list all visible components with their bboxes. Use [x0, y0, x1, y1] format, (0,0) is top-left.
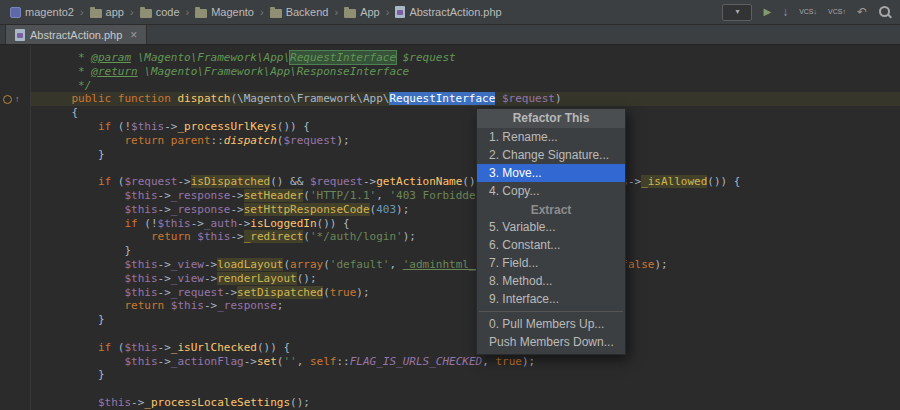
refactor-popup-items: 1. Rename...2. Change Signature...3. Mov… [477, 128, 625, 351]
breadcrumb-item-magento2[interactable]: magento2 [8, 5, 76, 19]
project-icon [10, 7, 21, 18]
breadcrumb-label: app [106, 6, 124, 18]
breadcrumb-label: code [156, 6, 180, 18]
code-line[interactable]: * @return \Magento\Framework\App\Respons… [31, 65, 900, 79]
chevron-right-icon: › [185, 6, 191, 18]
override-up-icon[interactable]: ↑ [15, 95, 20, 104]
gutter-markers[interactable]: ↑ [3, 93, 20, 106]
code-line[interactable]: $this->_view->renderLayout(); [31, 272, 900, 286]
menu-item-rename[interactable]: 1. Rename... [477, 128, 625, 146]
code-line[interactable]: } [31, 244, 900, 258]
breadcrumb-label: App [360, 6, 380, 18]
chevron-right-icon: › [333, 6, 339, 18]
run-config-dropdown[interactable]: ▾ [722, 4, 752, 21]
back-icon[interactable]: ↶ [857, 4, 867, 20]
code-line[interactable]: { [31, 106, 900, 120]
tab-abstractaction-php[interactable]: AbstractAction.php × [5, 25, 147, 44]
menu-item-pull-members-up[interactable]: 0. Pull Members Up... [477, 315, 625, 333]
breadcrumb-label: Backend [286, 6, 329, 18]
code-line[interactable]: return $this->_response; [31, 299, 900, 313]
code-line[interactable]: public function dispatch(\Magento\Framew… [31, 92, 900, 106]
code-line[interactable]: $this->_response->setHttpResponseCode(40… [31, 203, 900, 217]
menu-item-change-signature[interactable]: 2. Change Signature... [477, 146, 625, 164]
toolbar-right: ▾▶↓VCS↓VCS↑↶ [722, 4, 892, 21]
folder-icon [195, 9, 207, 18]
code-line[interactable]: $this->_view->loadLayout(array('default'… [31, 258, 900, 272]
tab-bar: AbstractAction.php × [0, 25, 900, 45]
menu-item-move[interactable]: 3. Move... [477, 164, 625, 182]
breadcrumb-label: AbstractAction.php [409, 6, 501, 18]
menu-item-method[interactable]: 8. Method... [477, 272, 625, 290]
folder-icon [270, 9, 282, 18]
breadcrumb: magento2›app›code›Magento›Backend›App›Ab… [8, 5, 504, 19]
breadcrumb-label: magento2 [25, 6, 74, 18]
code-line[interactable]: if (!$this->_auth->isLoggedIn()) { [31, 217, 900, 231]
chevron-right-icon: › [79, 6, 85, 18]
code-line[interactable]: if (!$this->_processUrlKeys()) { [31, 120, 900, 134]
update-project-icon[interactable]: ↓ [782, 4, 788, 20]
tab-label: AbstractAction.php [30, 29, 122, 41]
chevron-right-icon: › [385, 6, 391, 18]
code-line[interactable]: $this->_processLocaleSettings(); [31, 396, 900, 410]
breadcrumb-item-backend[interactable]: Backend [268, 5, 331, 19]
breadcrumb-item-magento[interactable]: Magento [193, 5, 256, 19]
menu-item-field[interactable]: 7. Field... [477, 254, 625, 272]
search-everywhere-icon[interactable] [878, 5, 892, 19]
code-line[interactable]: */ [31, 79, 900, 93]
breadcrumb-label: Magento [211, 6, 254, 18]
breadcrumb-item-abstractaction-php[interactable]: AbstractAction.php [393, 5, 503, 19]
run-button[interactable]: ▶ [763, 4, 771, 20]
popup-title: Refactor This [477, 109, 625, 128]
menu-separator [479, 311, 623, 312]
breadcrumb-item-app[interactable]: App [342, 5, 382, 19]
menu-item-constant[interactable]: 6. Constant... [477, 236, 625, 254]
refactor-popup: Refactor This 1. Rename...2. Change Sign… [476, 108, 626, 355]
editor-gutter[interactable]: ↑ [0, 45, 31, 410]
vcs-commit-icon[interactable]: VCS↑ [828, 4, 846, 20]
code-line[interactable]: if ($this->_isUrlChecked()) { [31, 341, 900, 355]
code-line[interactable]: return $this->_redirect('*/auth/login'); [31, 230, 900, 244]
code-lines[interactable]: * @param \Magento\Framework\App\RequestI… [31, 45, 900, 410]
menu-item-push-members-down[interactable]: Push Members Down... [477, 333, 625, 351]
main-toolbar: magento2›app›code›Magento›Backend›App›Ab… [0, 0, 900, 25]
folder-icon [140, 9, 152, 18]
menu-item-interface[interactable]: 9. Interface... [477, 290, 625, 308]
php-file-icon [15, 29, 25, 41]
folder-icon [90, 9, 102, 18]
menu-item-copy[interactable]: 4. Copy... [477, 182, 625, 200]
php-file-icon [395, 6, 405, 18]
method-marker-icon[interactable] [3, 95, 12, 104]
code-line[interactable]: } [31, 368, 900, 382]
menu-section-label: Extract [477, 200, 625, 218]
chevron-right-icon: › [129, 6, 135, 18]
code-line[interactable]: if ($request->isDispatched() && $request… [31, 175, 900, 189]
code-line[interactable] [31, 382, 900, 396]
breadcrumb-item-app[interactable]: app [88, 5, 126, 19]
phpstorm-window: magento2›app›code›Magento›Backend›App›Ab… [0, 0, 900, 410]
code-line[interactable]: } [31, 148, 900, 162]
chevron-right-icon: › [259, 6, 265, 18]
code-line[interactable]: * @param \Magento\Framework\App\RequestI… [31, 51, 900, 65]
editor[interactable]: ↑ * @param \Magento\Framework\App\Reques… [0, 45, 900, 410]
code-line[interactable]: $this->_request->setDispatched(true); [31, 286, 900, 300]
menu-item-variable[interactable]: 5. Variable... [477, 218, 625, 236]
code-line[interactable]: } [31, 313, 900, 327]
folder-icon [344, 9, 356, 18]
vcs-update-icon[interactable]: VCS↓ [799, 4, 817, 20]
code-line[interactable] [31, 161, 900, 175]
breadcrumb-item-code[interactable]: code [138, 5, 182, 19]
code-line[interactable]: $this->_response->setHeader('HTTP/1.1', … [31, 189, 900, 203]
code-line[interactable]: return parent::dispatch($request); [31, 134, 900, 148]
close-icon[interactable]: × [130, 28, 137, 42]
code-line[interactable] [31, 327, 900, 341]
code-line[interactable]: $this->_actionFlag->set('', self::FLAG_I… [31, 355, 900, 369]
